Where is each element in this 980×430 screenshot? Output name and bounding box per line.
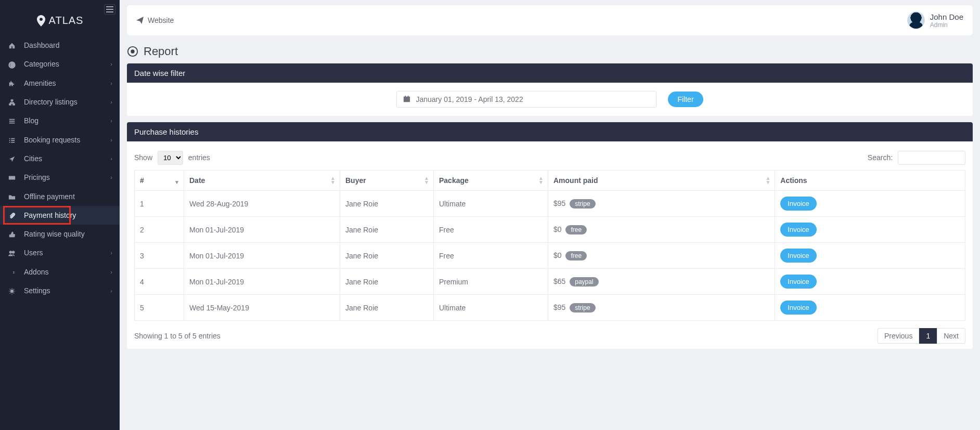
- sidebar-item-payment-history[interactable]: Payment history: [0, 206, 120, 225]
- chevron-right-icon: ›: [110, 99, 112, 105]
- sort-icon: ▲▼: [330, 176, 336, 185]
- website-link[interactable]: Website: [136, 16, 174, 24]
- sidebar-toggle-button[interactable]: [104, 4, 115, 15]
- invoice-button[interactable]: Invoice: [780, 249, 816, 263]
- sidebar-item-label: Dashboard: [24, 41, 60, 49]
- sidebar-item-label: Amenities: [24, 79, 56, 87]
- table-row: 2Mon 01-Jul-2019Jane RoieFree$0 freeInvo…: [135, 217, 965, 243]
- col-amount-paid[interactable]: Amount paid▲▼: [548, 171, 775, 191]
- sidebar-nav: DashboardCategories›Amenities›Directory …: [0, 36, 120, 300]
- sidebar-item-dashboard[interactable]: Dashboard: [0, 36, 120, 55]
- page-title: Report: [127, 45, 973, 58]
- chevron-right-icon: ›: [110, 288, 112, 294]
- website-link-label: Website: [148, 16, 174, 24]
- sidebar-item-label: Rating wise quality: [24, 230, 85, 238]
- col-date[interactable]: Date▲▼: [184, 171, 340, 191]
- sidebar-item-directory-listings[interactable]: Directory listings›: [0, 93, 120, 111]
- sidebar-item-pricings[interactable]: Pricings›: [0, 168, 120, 187]
- sidebar-item-label: Payment history: [24, 211, 76, 219]
- sidebar-item-users[interactable]: Users›: [0, 243, 120, 262]
- chevron-right-icon: ›: [110, 61, 112, 67]
- cell-num: 5: [135, 295, 184, 321]
- sidebar-item-label: Settings: [24, 286, 50, 295]
- sidebar-item-offline-payment[interactable]: Offline payment: [0, 187, 120, 205]
- cell-package: Ultimate: [434, 295, 548, 321]
- home-icon: [7, 41, 17, 49]
- invoice-button[interactable]: Invoice: [780, 275, 816, 289]
- map-pin-icon: [36, 15, 46, 27]
- cell-amount: $65 paypal: [548, 269, 775, 295]
- invoice-button[interactable]: Invoice: [780, 301, 816, 315]
- col-package[interactable]: Package▲▼: [434, 171, 548, 191]
- sidebar-item-rating-wise-quality[interactable]: Rating wise quality: [0, 225, 120, 243]
- cell-package: Premium: [434, 269, 548, 295]
- tasks-icon: [7, 135, 17, 144]
- paper-plane-icon: [136, 17, 144, 24]
- cell-amount: $0 free: [548, 243, 775, 269]
- sidebar-item-addons[interactable]: Addons›: [0, 263, 120, 281]
- date-filter-panel: Date wise filter January 01, 2019 - Apri…: [127, 63, 973, 116]
- search-input[interactable]: [898, 151, 965, 165]
- sidebar-item-label: Booking requests: [24, 136, 80, 144]
- search-label: Search:: [868, 153, 893, 162]
- cell-buyer: Jane Roie: [340, 243, 434, 269]
- sidebar: ATLAS DashboardCategories›Amenities›Dire…: [0, 0, 120, 355]
- show-entries-control: Show 10 entries: [134, 151, 210, 165]
- avatar: [907, 11, 925, 29]
- entries-select[interactable]: 10: [158, 151, 183, 165]
- users-icon: [7, 249, 17, 257]
- sort-icon: ▲▼: [424, 176, 429, 185]
- sidebar-item-amenities[interactable]: Amenities›: [0, 74, 120, 93]
- page-prev[interactable]: Previous: [878, 328, 919, 344]
- sidebar-item-blog[interactable]: Blog›: [0, 111, 120, 130]
- svg-point-1: [131, 49, 134, 53]
- bars-icon: [106, 6, 113, 13]
- invoice-button[interactable]: Invoice: [780, 223, 816, 237]
- puzzle-icon: [7, 79, 17, 87]
- chevron-right-icon: ›: [110, 118, 112, 124]
- pagination: Previous 1 Next: [878, 328, 965, 344]
- user-menu[interactable]: John Doe Admin: [907, 11, 963, 29]
- cell-num: 4: [135, 269, 184, 295]
- purchase-histories-title: Purchase histories: [127, 122, 973, 141]
- date-range-value: January 01, 2019 - April 13, 2022: [416, 95, 523, 103]
- date-range-input[interactable]: January 01, 2019 - April 13, 2022: [396, 91, 656, 108]
- cell-buyer: Jane Roie: [340, 269, 434, 295]
- cell-date: Mon 01-Jul-2019: [184, 217, 340, 243]
- sidebar-item-cities[interactable]: Cities›: [0, 149, 120, 168]
- payment-method-badge: stripe: [570, 199, 595, 209]
- sidebar-item-label: Offline payment: [24, 192, 75, 201]
- sidebar-item-label: Addons: [24, 268, 48, 276]
- superscript-icon: [7, 268, 17, 276]
- thumbs-up-icon: [7, 230, 17, 238]
- credit-card-icon: [7, 173, 17, 181]
- sidebar-item-settings[interactable]: Settings›: [0, 281, 120, 300]
- page-next[interactable]: Next: [937, 328, 965, 344]
- location-arrow-icon: [7, 154, 17, 163]
- cell-date: Wed 28-Aug-2019: [184, 191, 340, 217]
- filter-button[interactable]: Filter: [668, 92, 703, 107]
- calendar-icon: [403, 96, 410, 103]
- globe-icon: [7, 60, 17, 68]
- cell-num: 1: [135, 191, 184, 217]
- payment-method-badge: stripe: [570, 303, 595, 312]
- col-actions[interactable]: Actions: [775, 171, 965, 191]
- sidebar-item-categories[interactable]: Categories›: [0, 55, 120, 73]
- col-buyer[interactable]: Buyer▲▼: [340, 171, 434, 191]
- sitemap-icon: [7, 98, 17, 106]
- cell-amount: $95 stripe: [548, 295, 775, 321]
- sidebar-item-label: Pricings: [24, 173, 50, 181]
- brand-text: ATLAS: [49, 15, 84, 27]
- cell-amount: $0 free: [548, 217, 775, 243]
- folder-icon: [7, 192, 17, 200]
- payment-method-badge: paypal: [570, 277, 598, 286]
- cell-num: 2: [135, 217, 184, 243]
- sort-icon: ▲▼: [765, 176, 770, 185]
- sidebar-item-label: Directory listings: [24, 98, 78, 106]
- sidebar-item-booking-requests[interactable]: Booking requests›: [0, 130, 120, 149]
- chevron-right-icon: ›: [110, 80, 112, 86]
- page-1[interactable]: 1: [919, 328, 937, 344]
- invoice-button[interactable]: Invoice: [780, 197, 816, 211]
- sidebar-item-label: Cities: [24, 154, 42, 163]
- col--[interactable]: #▲▼: [135, 171, 184, 191]
